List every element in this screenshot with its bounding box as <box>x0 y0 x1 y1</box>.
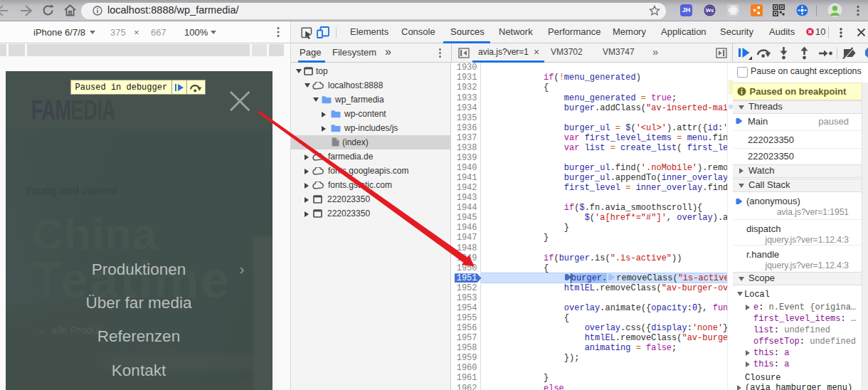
svg-text:Ws: Ws <box>706 7 714 14</box>
